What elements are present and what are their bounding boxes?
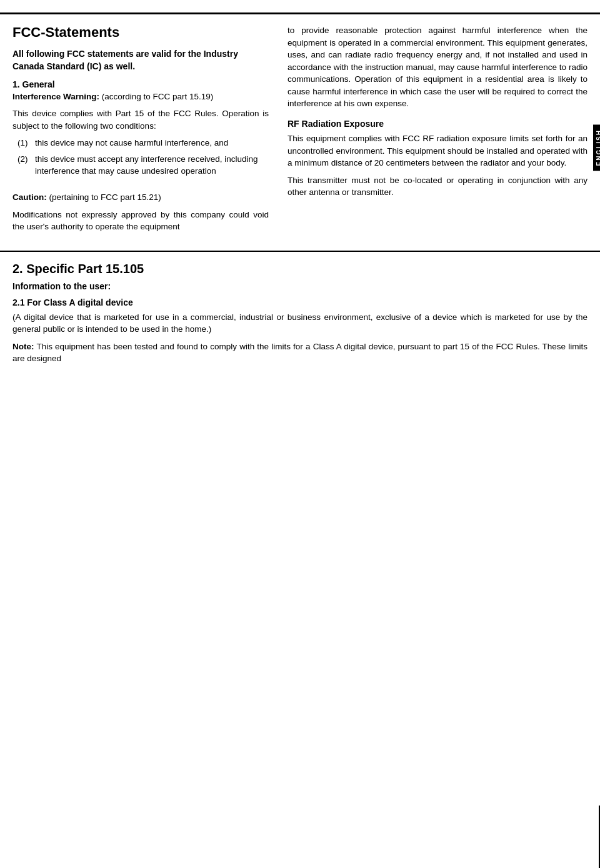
- rf-para2: This transmitter must not be co-located …: [288, 174, 588, 199]
- caution-line: Caution: (pertaining to FCC part 15.21): [12, 191, 269, 204]
- top-border: [0, 12, 600, 14]
- subtitle-bold: All following FCC statements are valid f…: [12, 48, 269, 72]
- list-content-1: this device may not cause harmful interf…: [35, 137, 228, 149]
- section2-title: 2. Specific Part 15.105: [12, 262, 588, 276]
- section2-subtitle: Information to the user:: [12, 281, 588, 291]
- interference-warning-rest: (according to FCC part 15.19): [99, 92, 213, 101]
- page-title: FCC-Statements: [12, 24, 269, 41]
- list-item-1: (1) this device may not cause harmful in…: [12, 137, 269, 149]
- right-column: ENGLISH to provide reasonable protection…: [281, 24, 600, 238]
- section2-subheading: 2.1 For Class A digital device: [12, 297, 588, 307]
- section1-interference-heading: Interference Warning: (according to FCC …: [12, 91, 269, 103]
- note-label: Note:: [12, 342, 34, 351]
- caution-label: Caution:: [12, 192, 47, 202]
- rf-para1: This equipment complies with FCC RF radi…: [288, 132, 588, 169]
- section2-note: Note: This equipment has been tested and…: [12, 341, 588, 365]
- left-column: FCC-Statements All following FCC stateme…: [0, 24, 281, 238]
- interference-warning-label: Interference Warning:: [12, 92, 99, 101]
- note-text: This equipment has been tested and found…: [12, 342, 588, 364]
- section1-number: 1. General: [12, 79, 269, 89]
- caution-body: Modifications not expressly approved by …: [12, 209, 269, 233]
- english-tab: ENGLISH: [593, 124, 600, 171]
- page: FCC-Statements All following FCC stateme…: [0, 0, 600, 868]
- section2-para1: (A digital device that is marketed for u…: [12, 311, 588, 336]
- section-divider: [0, 251, 600, 252]
- list-number-1: (1): [18, 137, 35, 149]
- list-number-2: (2): [18, 153, 35, 177]
- rf-heading: RF Radiation Exposure: [288, 119, 588, 129]
- two-column-layout: FCC-Statements All following FCC stateme…: [0, 24, 600, 238]
- section2-area: 2. Specific Part 15.105 Information to t…: [0, 262, 600, 365]
- right-para1: to provide reasonable protection against…: [288, 24, 588, 110]
- section1-para1: This device complies with Part 15 of the…: [12, 107, 269, 132]
- list-item-2: (2) this device must accept any interfer…: [12, 153, 269, 177]
- caution-text: (pertaining to FCC part 15.21): [47, 192, 161, 202]
- list-content-2: this device must accept any interference…: [35, 153, 269, 177]
